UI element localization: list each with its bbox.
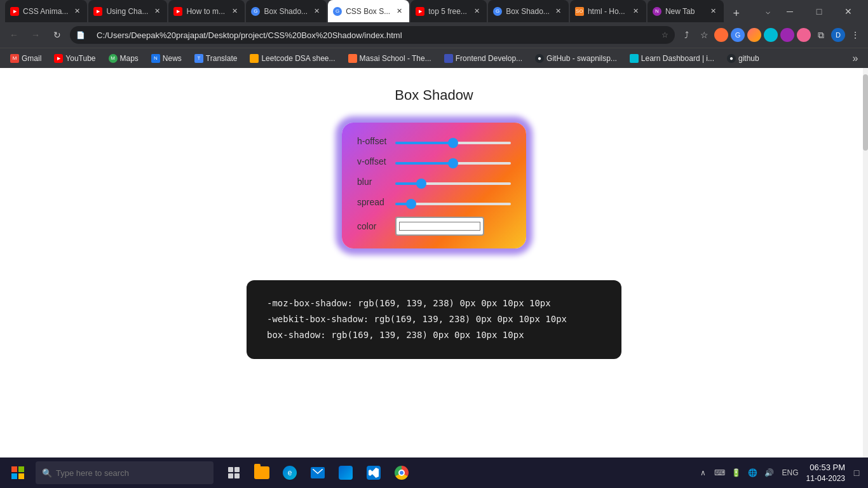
bookmark-youtube[interactable]: YouTube (49, 52, 100, 65)
bookmarks-more-button[interactable]: » (848, 51, 863, 66)
keyboard-icon[interactable]: ⌨ (714, 466, 726, 479)
start-button[interactable] (5, 460, 31, 485)
tab-box-shadow-2[interactable]: G Box Shado... ✕ (488, 0, 569, 22)
translate-favicon: T (194, 54, 203, 63)
bookmark-maps[interactable]: M Maps (104, 52, 144, 65)
tab-close[interactable]: ✕ (72, 6, 82, 17)
tab-html[interactable]: SO html - Ho... ✕ (570, 0, 646, 22)
tab-close[interactable]: ✕ (471, 6, 482, 17)
tab-title: How to m... (186, 7, 225, 16)
tab-top5[interactable]: top 5 free... ✕ (410, 0, 487, 22)
ext-icon-4[interactable] (764, 28, 778, 42)
blur-slider[interactable] (395, 182, 511, 185)
battery-icon[interactable]: 🔋 (730, 466, 743, 479)
chrome-button[interactable] (389, 460, 414, 485)
profile-icon[interactable]: D (831, 28, 845, 42)
network-icon[interactable]: 🌐 (747, 466, 759, 479)
close-button[interactable]: ✕ (834, 0, 863, 22)
system-tray: ∧ ⌨ 🔋 🌐 🔊 ENG (697, 466, 801, 479)
task-view-button[interactable] (221, 460, 247, 485)
browser-frame: CSS Anima... ✕ Using Cha... ✕ How to m..… (0, 0, 868, 488)
bookmark-translate[interactable]: T Translate (189, 52, 243, 65)
bookmarks-bar: M Gmail YouTube M Maps N News T Translat… (0, 48, 868, 68)
bookmark-learn[interactable]: Learn Dashboard | i... (625, 52, 719, 65)
bookmark-label: Masai School - The... (360, 54, 431, 63)
bookmark-gmail[interactable]: M Gmail (5, 52, 46, 65)
search-icon: 🔍 (42, 468, 52, 478)
card-container: h-offset v-offset blur (0, 123, 868, 248)
taskbar-search-input[interactable] (56, 468, 207, 478)
edge-button[interactable]: e (277, 460, 302, 485)
minimize-button[interactable]: ─ (775, 0, 804, 22)
bookmark-star-icon[interactable]: ☆ (696, 27, 712, 43)
tabs-dropdown[interactable]: ⌵ (760, 0, 775, 22)
tab-close[interactable]: ✕ (229, 6, 240, 17)
clock[interactable]: 06:53 PM 11-04-2023 (806, 462, 845, 484)
tab-close[interactable]: ✕ (631, 6, 641, 17)
bookmark-github2[interactable]: ● github (722, 52, 764, 65)
output-line-2: -webkit-box-shadow: rgb(169, 139, 238) 0… (267, 311, 601, 327)
learn-favicon (630, 54, 639, 63)
bookmark-frontend[interactable]: Frontend Develop... (439, 52, 527, 65)
edge-icon: e (283, 466, 297, 480)
lock-icon: 📄 (76, 31, 85, 39)
share-icon[interactable]: ⤴ (679, 27, 694, 43)
vscode-button[interactable] (361, 460, 386, 485)
tab-close[interactable]: ✕ (553, 6, 564, 17)
menu-icon[interactable]: ⋮ (848, 27, 863, 43)
ext-icon-3[interactable] (747, 28, 761, 42)
new-tab-button[interactable]: + (728, 4, 745, 22)
bookmark-news[interactable]: N News (146, 52, 187, 65)
bookmark-leetcode[interactable]: Leetcode DSA shee... (245, 52, 340, 65)
bookmark-github-swap[interactable]: ● GitHub - swapnilsp... (530, 52, 622, 65)
output-box: -moz-box-shadow: rgb(169, 139, 238) 0px … (247, 280, 621, 359)
maximize-button[interactable]: □ (804, 0, 834, 22)
h-offset-slider[interactable] (395, 142, 511, 144)
star-icon[interactable]: ☆ (661, 30, 668, 39)
reload-button[interactable]: ↻ (48, 26, 66, 44)
color-picker[interactable] (395, 217, 484, 236)
tab-box-shadow-1[interactable]: G Box Shado... ✕ (246, 0, 327, 22)
tab-close[interactable]: ✕ (152, 6, 162, 17)
tab-using-chat[interactable]: Using Cha... ✕ (88, 0, 167, 22)
tab-css-box-shadow[interactable]: G CSS Box S... ✕ (328, 0, 409, 22)
ext-icon-1[interactable] (714, 28, 728, 42)
notification-button[interactable]: □ (850, 466, 863, 479)
ext-icon-6[interactable] (797, 28, 811, 42)
color-row: color (357, 217, 511, 236)
ext-icon-2[interactable]: G (731, 28, 745, 42)
v-offset-slider[interactable] (395, 162, 511, 165)
window-controls: ⌵ ─ □ ✕ (760, 0, 863, 22)
ext-icon-5[interactable] (780, 28, 794, 42)
tab-favicon: N (653, 7, 661, 16)
mail-button[interactable] (305, 460, 330, 485)
bookmark-label: Frontend Develop... (456, 54, 522, 63)
scrollbar[interactable] (863, 68, 868, 488)
power-automate-button[interactable] (333, 460, 358, 485)
volume-icon[interactable]: 🔊 (763, 466, 776, 479)
tab-close[interactable]: ✕ (311, 6, 322, 17)
tab-how-to[interactable]: How to m... ✕ (168, 0, 245, 22)
shadow-card: h-offset v-offset blur (342, 123, 526, 248)
tab-new[interactable]: N New Tab ✕ (648, 0, 724, 22)
spread-slider-container (395, 196, 511, 208)
spread-row: spread (357, 196, 511, 208)
extensions-icon[interactable]: ⧉ (813, 27, 829, 43)
tray-up-arrow[interactable]: ∧ (697, 466, 710, 479)
back-button[interactable]: ← (5, 26, 23, 44)
blur-row: blur (357, 176, 511, 187)
bookmark-label: GitHub - swapnilsp... (546, 54, 617, 63)
spread-slider[interactable] (395, 203, 511, 205)
address-input[interactable] (89, 26, 658, 44)
h-offset-row: h-offset (357, 135, 511, 147)
bookmark-masai[interactable]: Masai School - The... (343, 52, 437, 65)
taskbar: 🔍 e (0, 458, 868, 488)
file-explorer-button[interactable] (249, 460, 275, 485)
h-offset-slider-container (395, 135, 511, 147)
taskbar-search[interactable]: 🔍 (36, 461, 214, 484)
forward-button[interactable]: → (27, 26, 44, 44)
tab-close[interactable]: ✕ (709, 6, 719, 17)
tab-css-anim[interactable]: CSS Anima... ✕ (5, 0, 87, 22)
tab-close[interactable]: ✕ (394, 6, 404, 17)
page-title: Box Shadow (0, 68, 868, 116)
